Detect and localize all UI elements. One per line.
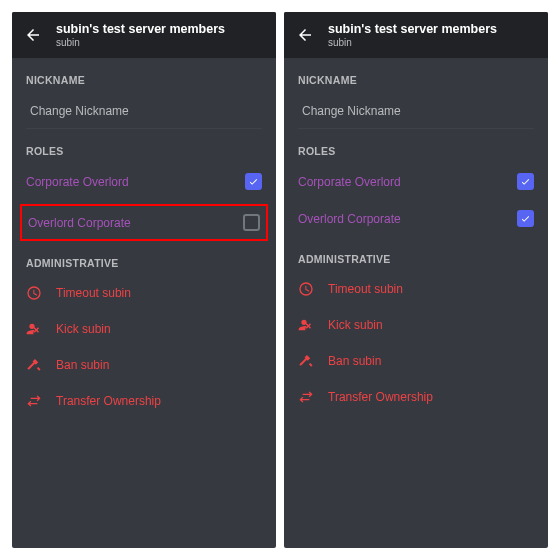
checkbox-checked-icon[interactable] <box>517 210 534 227</box>
back-arrow-icon[interactable] <box>296 26 314 44</box>
admin-label: Timeout subin <box>56 286 131 300</box>
timeout-row[interactable]: Timeout subin <box>284 271 548 307</box>
roles-section-label: ROLES <box>284 129 548 163</box>
nickname-input[interactable]: Change Nickname <box>298 96 534 129</box>
role-name: Corporate Overlord <box>26 175 129 189</box>
transfer-ownership-row[interactable]: Transfer Ownership <box>284 379 548 415</box>
role-row[interactable]: Overlord Corporate <box>284 200 548 237</box>
nickname-section-label: NICKNAME <box>284 58 548 92</box>
transfer-ownership-row[interactable]: Transfer Ownership <box>12 383 276 419</box>
page-subtitle: subin <box>328 37 497 48</box>
transfer-icon <box>26 393 42 409</box>
checkbox-checked-icon[interactable] <box>245 173 262 190</box>
page-title: subin's test server members <box>56 22 225 36</box>
page-subtitle: subin <box>56 37 225 48</box>
kick-row[interactable]: Kick subin <box>12 311 276 347</box>
admin-label: Ban subin <box>328 354 381 368</box>
role-row[interactable]: Corporate Overlord <box>12 163 276 200</box>
checkbox-checked-icon[interactable] <box>517 173 534 190</box>
kick-row[interactable]: Kick subin <box>284 307 548 343</box>
member-settings-panel: subin's test server members subin NICKNA… <box>12 12 276 548</box>
checkbox-unchecked-icon[interactable] <box>243 214 260 231</box>
role-name: Overlord Corporate <box>298 212 401 226</box>
clock-icon <box>26 285 42 301</box>
back-arrow-icon[interactable] <box>24 26 42 44</box>
hammer-icon <box>26 357 42 373</box>
roles-section-label: ROLES <box>12 129 276 163</box>
administrative-section-label: ADMINISTRATIVE <box>284 237 548 271</box>
page-title: subin's test server members <box>328 22 497 36</box>
admin-label: Ban subin <box>56 358 109 372</box>
role-name: Corporate Overlord <box>298 175 401 189</box>
role-row-highlighted[interactable]: Overlord Corporate <box>20 204 268 241</box>
title-block: subin's test server members subin <box>328 22 497 48</box>
kick-icon <box>298 317 314 333</box>
admin-label: Transfer Ownership <box>328 390 433 404</box>
ban-row[interactable]: Ban subin <box>284 343 548 379</box>
clock-icon <box>298 281 314 297</box>
topbar: subin's test server members subin <box>12 12 276 58</box>
ban-row[interactable]: Ban subin <box>12 347 276 383</box>
kick-icon <box>26 321 42 337</box>
nickname-section-label: NICKNAME <box>12 58 276 92</box>
role-name: Overlord Corporate <box>28 216 131 230</box>
administrative-section-label: ADMINISTRATIVE <box>12 241 276 275</box>
admin-label: Kick subin <box>56 322 111 336</box>
topbar: subin's test server members subin <box>284 12 548 58</box>
admin-label: Kick subin <box>328 318 383 332</box>
nickname-input[interactable]: Change Nickname <box>26 96 262 129</box>
admin-label: Timeout subin <box>328 282 403 296</box>
member-settings-panel: subin's test server members subin NICKNA… <box>284 12 548 548</box>
timeout-row[interactable]: Timeout subin <box>12 275 276 311</box>
title-block: subin's test server members subin <box>56 22 225 48</box>
hammer-icon <box>298 353 314 369</box>
transfer-icon <box>298 389 314 405</box>
admin-label: Transfer Ownership <box>56 394 161 408</box>
role-row[interactable]: Corporate Overlord <box>284 163 548 200</box>
